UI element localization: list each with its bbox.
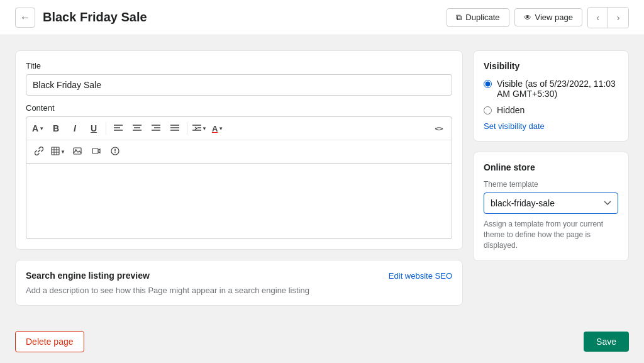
edit-seo-link[interactable]: Edit website SEO [389, 271, 452, 281]
template-description: Assign a template from your current them… [484, 219, 618, 250]
hidden-radio[interactable] [484, 106, 492, 114]
align-right-button[interactable] [147, 120, 165, 137]
align-left-icon [114, 124, 123, 133]
font-dropdown-arrow: ▼ [39, 126, 44, 131]
font-color-dropdown-arrow: ▼ [218, 126, 223, 131]
indent-button[interactable]: ▼ [191, 123, 209, 135]
content-card: Title Content A ▼ B I U [15, 50, 463, 250]
theme-template-label: Theme template [484, 180, 618, 189]
italic-button[interactable]: I [66, 120, 84, 137]
align-justify-icon [170, 124, 179, 133]
visible-option: Visible (as of 5/23/2022, 11:03 AM GMT+5… [484, 79, 618, 99]
table-button[interactable]: ▼ [49, 145, 67, 159]
left-column: Title Content A ▼ B I U [15, 50, 463, 306]
nav-prev-button[interactable]: ‹ [588, 8, 608, 28]
align-left-button[interactable] [109, 120, 127, 137]
link-button[interactable] [30, 143, 48, 160]
page-title: Black Friday Sale [43, 10, 147, 25]
view-page-button[interactable]: 👁 View page [514, 8, 582, 26]
toolbar-divider-1 [106, 122, 106, 135]
view-page-label: View page [535, 13, 573, 22]
underline-button[interactable]: U [85, 120, 103, 137]
nav-arrows: ‹ › [587, 7, 629, 28]
font-button[interactable]: A ▼ [30, 122, 46, 135]
seo-card: Search engine listing preview Edit websi… [15, 260, 463, 306]
toolbar-divider-2 [187, 122, 187, 135]
editor-area[interactable] [26, 164, 452, 239]
title-input[interactable] [26, 74, 452, 96]
image-icon [73, 147, 82, 157]
font-icon: A [32, 123, 38, 133]
more-button[interactable] [106, 143, 124, 160]
html-source-button[interactable]: <> [430, 120, 448, 137]
video-button[interactable] [87, 143, 105, 160]
duplicate-icon: ⧉ [456, 13, 462, 23]
content-label: Content [26, 103, 452, 113]
eye-icon: 👁 [524, 13, 531, 22]
svg-point-25 [114, 152, 116, 153]
online-store-title: Online store [484, 162, 618, 172]
table-icon [51, 147, 60, 157]
toolbar-row-2: ▼ [26, 140, 452, 163]
delete-page-button[interactable]: Delete page [15, 331, 84, 352]
align-center-icon [133, 124, 142, 133]
align-right-icon [152, 124, 160, 133]
duplicate-label: Duplicate [465, 13, 499, 22]
hidden-label-text: Hidden [497, 105, 525, 115]
indent-dropdown-arrow: ▼ [202, 126, 207, 131]
more-icon [111, 147, 119, 157]
link-icon [35, 147, 43, 157]
online-store-card: Online store Theme template black-friday… [473, 152, 629, 261]
align-center-button[interactable] [128, 120, 146, 137]
font-color-button[interactable]: A ▼ [210, 123, 225, 135]
set-visibility-link[interactable]: Set visibility date [484, 121, 618, 131]
visibility-title: Visibility [484, 61, 618, 71]
image-button[interactable] [69, 143, 86, 160]
save-button[interactable]: Save [584, 332, 629, 352]
visible-label-text: Visible (as of 5/23/2022, 11:03 AM GMT+5… [497, 79, 616, 99]
svg-rect-22 [92, 148, 98, 154]
back-icon: ← [20, 12, 30, 23]
nav-next-button[interactable]: › [608, 8, 628, 28]
hidden-option: Hidden [484, 105, 618, 115]
visible-label[interactable]: Visible (as of 5/23/2022, 11:03 AM GMT+5… [497, 79, 618, 99]
table-dropdown-arrow: ▼ [60, 149, 65, 155]
font-color-icon: A [212, 124, 218, 133]
video-icon [92, 147, 101, 157]
chevron-left-icon: ‹ [596, 13, 599, 23]
top-bar-right: ⧉ Duplicate 👁 View page ‹ › [447, 7, 629, 28]
main-content: Title Content A ▼ B I U [0, 35, 644, 321]
top-bar: ← Black Friday Sale ⧉ Duplicate 👁 View p… [0, 0, 644, 35]
indent-icon [192, 124, 201, 133]
right-column: Visibility Visible (as of 5/23/2022, 11:… [473, 50, 629, 261]
footer: Delete page Save [0, 321, 644, 362]
seo-title: Search engine listing preview [26, 271, 150, 281]
duplicate-button[interactable]: ⧉ Duplicate [447, 8, 509, 27]
seo-description: Add a description to see how this Page m… [26, 286, 452, 295]
svg-rect-20 [74, 148, 81, 154]
hidden-label[interactable]: Hidden [497, 105, 525, 115]
chevron-right-icon: › [617, 13, 620, 23]
visible-radio[interactable] [484, 80, 492, 88]
align-justify-button[interactable] [166, 120, 184, 137]
title-label: Title [26, 61, 452, 70]
theme-template-select[interactable]: black-friday-sale [484, 193, 618, 214]
editor-toolbar: A ▼ B I U [26, 116, 452, 164]
seo-header: Search engine listing preview Edit websi… [26, 271, 452, 281]
svg-rect-15 [52, 147, 59, 155]
toolbar-row-1: A ▼ B I U [26, 117, 452, 140]
visibility-card: Visibility Visible (as of 5/23/2022, 11:… [473, 50, 629, 142]
bold-button[interactable]: B [47, 120, 65, 137]
back-button[interactable]: ← [15, 8, 35, 28]
top-bar-left: ← Black Friday Sale [15, 8, 147, 28]
